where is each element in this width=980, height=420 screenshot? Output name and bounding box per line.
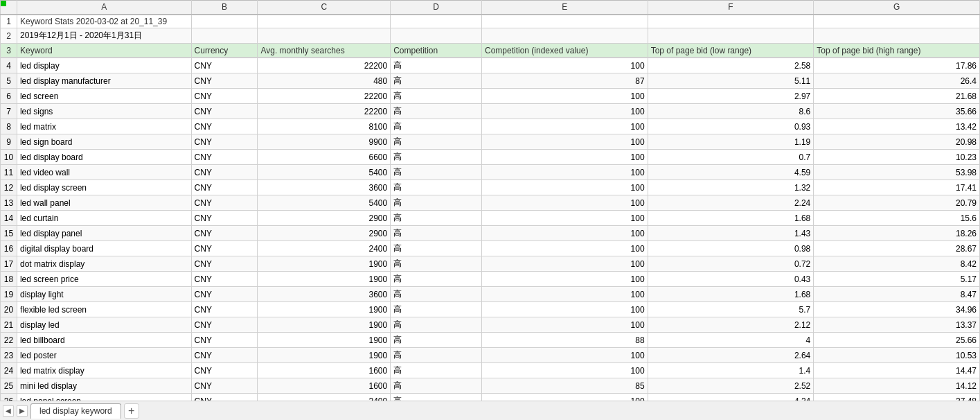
data-cell[interactable]: CNY xyxy=(191,134,258,150)
col-header-c[interactable]: C xyxy=(258,1,391,15)
data-cell[interactable]: 1.68 xyxy=(648,211,814,226)
data-cell[interactable]: 1.43 xyxy=(648,226,814,241)
data-cell[interactable]: 3600 xyxy=(258,180,391,195)
data-cell[interactable]: 5.17 xyxy=(814,272,980,287)
data-cell[interactable]: 2.12 xyxy=(648,317,814,333)
data-cell[interactable]: 5400 xyxy=(258,165,391,180)
data-cell[interactable]: 14.47 xyxy=(814,363,980,378)
data-cell[interactable]: 100 xyxy=(481,134,648,150)
data-cell[interactable]: 高 xyxy=(391,180,482,195)
data-cell[interactable]: 15.6 xyxy=(814,211,980,226)
data-cell[interactable]: CNY xyxy=(191,378,258,394)
data-cell[interactable]: 5.11 xyxy=(648,73,814,89)
data-cell[interactable]: display led xyxy=(17,317,191,333)
data-cell[interactable]: led display screen xyxy=(17,180,191,195)
col-header-f[interactable]: F xyxy=(648,1,814,15)
data-cell[interactable]: CNY xyxy=(191,195,258,211)
data-cell[interactable]: 25.66 xyxy=(814,333,980,348)
data-cell[interactable]: 100 xyxy=(481,394,648,401)
data-cell[interactable]: 100 xyxy=(481,180,648,195)
data-cell[interactable]: 100 xyxy=(481,272,648,287)
col-header-b[interactable]: B xyxy=(191,1,258,15)
data-cell[interactable]: CNY xyxy=(191,363,258,378)
data-cell[interactable]: CNY xyxy=(191,104,258,119)
data-cell[interactable]: CNY xyxy=(191,89,258,104)
data-cell[interactable]: 1900 xyxy=(258,317,391,333)
data-cell[interactable]: 1.68 xyxy=(648,287,814,302)
data-cell[interactable]: 100 xyxy=(481,104,648,119)
data-cell[interactable]: 0.7 xyxy=(648,150,814,165)
data-cell[interactable]: led display manufacturer xyxy=(17,73,191,89)
data-cell[interactable]: CNY xyxy=(191,119,258,134)
data-cell[interactable]: 高 xyxy=(391,241,482,256)
data-cell[interactable]: 高 xyxy=(391,394,482,401)
data-cell[interactable]: led display board xyxy=(17,150,191,165)
data-cell[interactable]: 100 xyxy=(481,119,648,134)
data-cell[interactable]: 1900 xyxy=(258,302,391,317)
data-cell[interactable]: 22200 xyxy=(258,104,391,119)
col-header-e[interactable]: E xyxy=(481,1,648,15)
data-cell[interactable]: 13.37 xyxy=(814,317,980,333)
data-cell[interactable]: 100 xyxy=(481,150,648,165)
data-cell[interactable]: 100 xyxy=(481,58,648,73)
data-cell[interactable]: 1600 xyxy=(258,378,391,394)
data-cell[interactable]: led screen price xyxy=(17,272,191,287)
data-cell[interactable]: 100 xyxy=(481,348,648,363)
data-cell[interactable]: led sign board xyxy=(17,134,191,150)
data-cell[interactable]: 22200 xyxy=(258,58,391,73)
data-cell[interactable]: led poster xyxy=(17,348,191,363)
data-cell[interactable]: 1.19 xyxy=(648,134,814,150)
data-cell[interactable]: 1900 xyxy=(258,348,391,363)
data-cell[interactable]: CNY xyxy=(191,150,258,165)
data-cell[interactable]: 4.24 xyxy=(648,394,814,401)
data-cell[interactable]: led display panel xyxy=(17,226,191,241)
col-header-a[interactable]: A xyxy=(17,1,191,15)
data-cell[interactable]: 100 xyxy=(481,363,648,378)
data-cell[interactable]: 5.7 xyxy=(648,302,814,317)
data-cell[interactable]: CNY xyxy=(191,287,258,302)
data-cell[interactable]: 高 xyxy=(391,348,482,363)
data-cell[interactable]: 100 xyxy=(481,241,648,256)
data-cell[interactable]: led display xyxy=(17,58,191,73)
data-cell[interactable]: 2400 xyxy=(258,394,391,401)
data-cell[interactable]: 34.96 xyxy=(814,302,980,317)
data-cell[interactable]: 27.48 xyxy=(814,394,980,401)
data-cell[interactable]: 高 xyxy=(391,272,482,287)
data-cell[interactable]: 1.4 xyxy=(648,363,814,378)
data-cell[interactable]: digital display board xyxy=(17,241,191,256)
data-cell[interactable]: 17.86 xyxy=(814,58,980,73)
data-cell[interactable]: CNY xyxy=(191,394,258,401)
data-cell[interactable]: CNY xyxy=(191,348,258,363)
data-cell[interactable]: 100 xyxy=(481,256,648,272)
data-cell[interactable]: CNY xyxy=(191,73,258,89)
col-header-g[interactable]: G xyxy=(814,1,980,15)
data-cell[interactable]: 0.43 xyxy=(648,272,814,287)
data-cell[interactable]: 100 xyxy=(481,226,648,241)
col-header-d[interactable]: D xyxy=(391,1,482,15)
data-cell[interactable]: 高 xyxy=(391,150,482,165)
data-cell[interactable]: led billboard xyxy=(17,333,191,348)
data-cell[interactable]: 53.98 xyxy=(814,165,980,180)
data-cell[interactable]: 100 xyxy=(481,195,648,211)
data-cell[interactable]: 3600 xyxy=(258,287,391,302)
data-cell[interactable]: 2.52 xyxy=(648,378,814,394)
data-cell[interactable]: display light xyxy=(17,287,191,302)
data-cell[interactable]: CNY xyxy=(191,317,258,333)
data-cell[interactable]: 高 xyxy=(391,211,482,226)
add-sheet-button[interactable]: + xyxy=(124,403,139,419)
data-cell[interactable]: 高 xyxy=(391,378,482,394)
data-cell[interactable]: 5400 xyxy=(258,195,391,211)
data-cell[interactable]: 17.41 xyxy=(814,180,980,195)
data-cell[interactable]: led screen xyxy=(17,89,191,104)
data-cell[interactable]: 100 xyxy=(481,302,648,317)
data-cell[interactable]: 1900 xyxy=(258,272,391,287)
data-cell[interactable]: 2900 xyxy=(258,226,391,241)
data-cell[interactable]: 8.47 xyxy=(814,287,980,302)
data-cell[interactable]: 高 xyxy=(391,104,482,119)
data-cell[interactable]: 高 xyxy=(391,195,482,211)
data-cell[interactable]: CNY xyxy=(191,333,258,348)
data-cell[interactable]: 100 xyxy=(481,211,648,226)
data-cell[interactable]: led signs xyxy=(17,104,191,119)
data-cell[interactable]: 87 xyxy=(481,73,648,89)
data-cell[interactable]: 100 xyxy=(481,287,648,302)
